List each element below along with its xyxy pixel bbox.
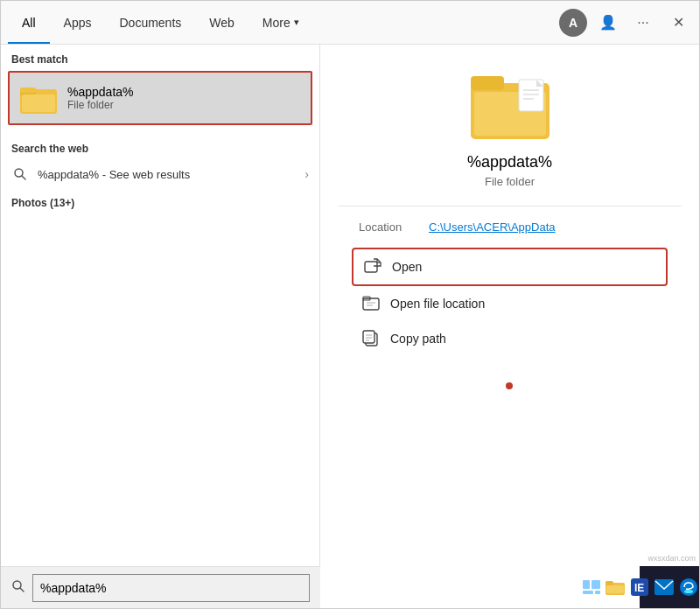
header-actions: A 👤 ··· ✕ — [559, 9, 692, 37]
copy-path-label: Copy path — [390, 332, 446, 346]
big-folder-icon — [471, 71, 550, 143]
best-match-subtitle: File folder — [67, 99, 134, 111]
svg-rect-37 — [654, 579, 674, 595]
watermark: wxsxdan.com — [648, 554, 696, 563]
right-panel: %appdata% File folder Location C:\Users\… — [320, 45, 699, 608]
open-icon — [362, 256, 383, 277]
taskbar-mail-icon[interactable] — [654, 571, 674, 603]
svg-rect-33 — [606, 581, 613, 585]
right-content: %appdata% File folder Location C:\Users\… — [320, 45, 699, 417]
tab-web[interactable]: Web — [195, 1, 248, 44]
svg-rect-2 — [20, 88, 36, 93]
taskbar-search-icon[interactable]: ○ — [567, 571, 578, 603]
location-label: Location — [359, 220, 429, 234]
best-match-label: Best match — [1, 45, 319, 69]
avatar[interactable]: A — [559, 9, 587, 37]
taskbar-task-view-icon[interactable] — [583, 571, 600, 603]
right-title: %appdata% — [467, 153, 552, 172]
folder-svg — [20, 82, 57, 114]
svg-text:IE: IE — [634, 582, 644, 594]
open-label: Open — [392, 260, 422, 274]
copy-icon — [360, 328, 382, 349]
search-bar — [1, 566, 320, 608]
location-path[interactable]: C:\Users\ACER\AppData — [429, 220, 556, 234]
svg-rect-9 — [471, 76, 504, 90]
copy-path-action[interactable]: Copy path — [352, 321, 668, 356]
taskbar-ie-icon[interactable]: IE — [630, 571, 649, 603]
main-content: Best match %appdata% File folder S — [1, 45, 699, 608]
red-dot — [506, 382, 513, 389]
tab-bar: All Apps Documents Web More ▾ A 👤 ··· — [1, 1, 699, 45]
close-icon: ✕ — [673, 14, 684, 31]
svg-line-7 — [20, 588, 24, 592]
action-list: Open Open file location — [338, 248, 682, 356]
best-match-item[interactable]: %appdata% File folder — [8, 71, 312, 125]
taskbar-folder-icon[interactable] — [606, 571, 625, 603]
open-file-location-label: Open file location — [390, 297, 485, 311]
ellipsis-btn[interactable]: ··· — [629, 9, 657, 37]
taskbar-edge-icon[interactable] — [679, 571, 698, 603]
svg-rect-3 — [22, 94, 55, 112]
svg-rect-30 — [583, 591, 593, 594]
right-subtitle: File folder — [485, 175, 535, 188]
svg-rect-24 — [363, 331, 374, 343]
ellipsis-icon: ··· — [637, 15, 648, 31]
tab-more[interactable]: More ▾ — [248, 1, 313, 44]
search-icon — [11, 165, 29, 183]
location-row: Location C:\Users\ACER\AppData — [338, 220, 682, 234]
person-icon-btn[interactable]: 👤 — [594, 9, 622, 37]
taskbar: ○ — [640, 566, 699, 608]
folder-icon — [20, 80, 57, 116]
best-match-title: %appdata% — [67, 85, 134, 99]
svg-line-5 — [22, 176, 25, 179]
chevron-right-icon: › — [304, 167, 309, 181]
svg-rect-28 — [583, 580, 590, 589]
web-search-text: %appdata% - See web results — [38, 168, 190, 181]
search-input[interactable] — [32, 574, 310, 602]
tab-all[interactable]: All — [8, 1, 50, 44]
divider — [338, 206, 682, 206]
svg-rect-29 — [592, 580, 600, 589]
best-match-text: %appdata% File folder — [67, 85, 134, 111]
svg-rect-34 — [606, 585, 624, 593]
close-btn[interactable]: ✕ — [664, 9, 692, 37]
web-search-item[interactable]: %appdata% - See web results › — [1, 158, 319, 190]
search-web-label: Search the web — [1, 134, 319, 158]
file-location-icon — [360, 293, 382, 314]
svg-rect-16 — [365, 262, 377, 272]
search-bar-icon — [11, 579, 25, 597]
person-icon: 👤 — [599, 14, 617, 31]
photos-label: Photos (13+) — [1, 190, 319, 216]
tab-apps[interactable]: Apps — [50, 1, 106, 44]
left-panel: Best match %appdata% File folder S — [1, 45, 320, 608]
spacer — [1, 216, 319, 566]
open-file-location-action[interactable]: Open file location — [352, 286, 668, 321]
search-window: All Apps Documents Web More ▾ A 👤 ··· — [0, 0, 700, 609]
tab-documents[interactable]: Documents — [105, 1, 195, 44]
red-dot-container — [497, 374, 523, 400]
svg-point-39 — [684, 590, 693, 593]
open-action[interactable]: Open — [352, 248, 668, 286]
svg-rect-31 — [595, 591, 600, 594]
